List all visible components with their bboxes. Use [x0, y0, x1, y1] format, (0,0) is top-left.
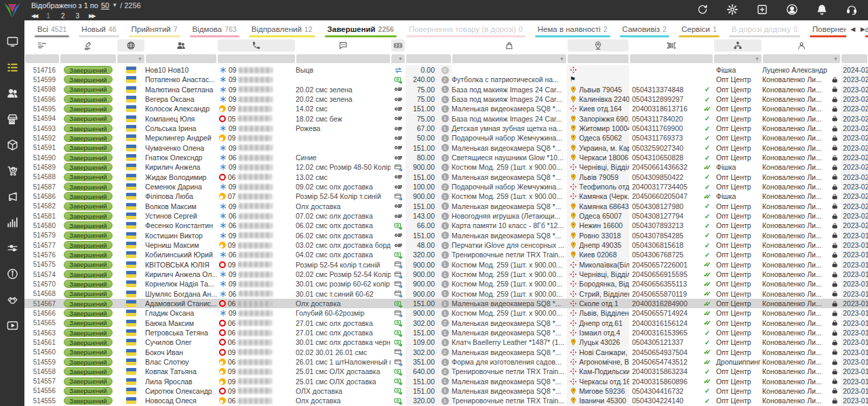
- column-filter-input[interactable]: [146, 54, 216, 63]
- table-row[interactable]: 514558 Завершений Ковпак Татьяна 09 25.0…: [24, 367, 868, 376]
- status-tab[interactable]: Прийнятий 7: [124, 20, 185, 38]
- table-row[interactable]: 514559 Завершений Влас Слотюу 06 26.01 с…: [24, 357, 868, 367]
- sidebar-item-store[interactable]: [0, 106, 24, 132]
- tabs-scroll-left-icon[interactable]: ◀: [850, 26, 855, 33]
- column-filter-input[interactable]: ▼: [714, 54, 762, 63]
- status-tab[interactable]: Сервіси 1: [674, 20, 724, 38]
- table-row[interactable]: 514580 Завершений Фесенко Константин 06 …: [24, 221, 868, 230]
- table-row[interactable]: 514567 Завершений Адамовский Станис... 0…: [24, 299, 868, 308]
- sidebar-item-orders-list[interactable]: [0, 54, 24, 80]
- column-filter-input[interactable]: ▼: [763, 54, 840, 63]
- table-row[interactable]: 514587 Завершений Семенюк Дарина 09 09.0…: [24, 182, 868, 191]
- table-row[interactable]: 514582 Завершений Волков Максим 09 Олх д…: [24, 202, 868, 211]
- table-row[interactable]: 514599 Завершений Потапенко Анастас... 0…: [24, 75, 868, 84]
- sidebar-item-partners[interactable]: [0, 287, 24, 312]
- table-row[interactable]: 514565 Завершений Баюка Максим 06 27.01 …: [24, 318, 868, 328]
- status-tab[interactable]: Новый 46: [74, 20, 123, 38]
- last-page-button[interactable]: ▶▶: [89, 13, 94, 19]
- table-row[interactable]: 514561 Завершений Сучилов Олег 06 30.01 …: [24, 337, 868, 347]
- table-row[interactable]: 514588 Завершений Жидак Володимир 06 13.…: [24, 172, 868, 182]
- sidebar-item-campaigns[interactable]: [0, 183, 24, 209]
- column-header-blank[interactable]: [406, 38, 452, 53]
- table-row[interactable]: 514560 Завершений Бокоч Иван 09 02.02 30…: [24, 348, 868, 357]
- table-row[interactable]: 514556 Завершений Сиротюк Олександр 09 О…: [24, 386, 868, 396]
- page-number[interactable]: 2: [61, 12, 65, 20]
- column-filter-input[interactable]: ▼: [391, 54, 405, 63]
- sidebar-item-cart[interactable]: [0, 158, 24, 183]
- table-row[interactable]: 514591 Завершений Чумаченко Олена 09 151…: [24, 143, 868, 153]
- column-header-money-icon[interactable]: [391, 38, 406, 53]
- column-header-phone-icon[interactable]: [217, 38, 296, 53]
- refresh-icon[interactable]: [696, 3, 709, 16]
- table-row[interactable]: 514589 Завершений Кирилич Анжела 09 12.0…: [24, 162, 868, 172]
- sidebar-item-products[interactable]: [0, 132, 24, 158]
- page-number[interactable]: 3: [75, 12, 79, 20]
- per-page-dropdown[interactable]: 50: [101, 1, 109, 10]
- sidebar-item-settings-sliders[interactable]: [0, 235, 24, 261]
- app-logo[interactable]: [3, 1, 22, 19]
- table-row[interactable]: 514598 Завершений Малютина Светлана 09 2…: [24, 85, 868, 94]
- status-tab[interactable]: Відмова 763: [185, 20, 244, 38]
- column-filter-input[interactable]: [406, 54, 451, 63]
- column-header-globe-icon[interactable]: [117, 38, 145, 53]
- column-header-sitemap-icon[interactable]: [713, 38, 762, 53]
- column-filter-input[interactable]: [25, 54, 59, 63]
- first-page-button[interactable]: ◀◀: [31, 13, 37, 19]
- table-row[interactable]: 514593 Завершений Сольська Ірина 09 Роже…: [24, 124, 868, 133]
- column-header-comment-icon[interactable]: [296, 38, 391, 53]
- column-filter-input[interactable]: ▼: [452, 54, 566, 63]
- status-tab[interactable]: Відправлений 12: [244, 20, 320, 38]
- column-filter-input[interactable]: [842, 54, 867, 63]
- table-row[interactable]: 514557 Завершений Лила Ярослав 09 25.01 …: [24, 377, 868, 386]
- table-row[interactable]: 514575 Завершений КВІТОВСЬКА ЮЛІЯ 09 Роз…: [24, 260, 868, 270]
- column-filter-input[interactable]: ▼: [117, 54, 144, 63]
- status-tab[interactable]: Завершений 2256: [320, 20, 401, 38]
- column-filter-input[interactable]: [568, 54, 629, 63]
- sidebar-item-customers[interactable]: [0, 80, 24, 106]
- table-row[interactable]: 514595 Завершений Колосок Александр 09 1…: [24, 104, 868, 113]
- sidebar-item-info[interactable]: [0, 261, 24, 287]
- status-tab[interactable]: В дорозі додому 0: [724, 20, 805, 38]
- status-tab[interactable]: Повернення товару (в дорозі) 0: [401, 20, 530, 38]
- column-filter-input[interactable]: [218, 54, 295, 63]
- column-header-person-icon[interactable]: [762, 38, 841, 53]
- table-row[interactable]: 514566 Завершений Гладик Оксана 09 Голуб…: [24, 308, 868, 318]
- table-row[interactable]: 514577 Завершений Черниш Максим 09 03.02…: [24, 240, 868, 250]
- table-row[interactable]: 514581 Завершений Устинов Сергей 06 07.0…: [24, 211, 868, 221]
- table-row[interactable]: 514592 Завершений Мерклингер Андрей 09 5…: [24, 133, 868, 143]
- sidebar-item-monitor[interactable]: [0, 29, 24, 54]
- bell-icon[interactable]: [815, 3, 829, 16]
- table-row[interactable]: 514596 Завершений Вегера Оксана 09 20.02…: [24, 94, 868, 104]
- column-header-people-icon[interactable]: [145, 38, 217, 53]
- table-row[interactable]: 514594 Завершений Компанец Юля 05 18.02 …: [24, 114, 868, 124]
- headset-icon[interactable]: [845, 3, 859, 16]
- table-row[interactable]: 514563 Завершений Петровська Тетяна 06 2…: [24, 328, 868, 337]
- gear-icon[interactable]: [726, 3, 739, 16]
- table-row[interactable]: 514570 Завершений Корнелюк Надія Та... 0…: [24, 279, 868, 289]
- column-header-status-sort-icon[interactable]: [60, 38, 117, 53]
- status-tab[interactable]: Самовивіз 2: [615, 20, 674, 38]
- status-tab[interactable]: Нема в наявності 2: [530, 20, 615, 38]
- table-row[interactable]: 514579 Завершений Костишин Виктор 09 06.…: [24, 231, 868, 240]
- table-row[interactable]: 514586 Завершений Філіпова Люба 07 Розмі…: [24, 191, 868, 201]
- tabs-scroll-right-icon[interactable]: ▶: [861, 26, 865, 33]
- table-row[interactable]: 514590 Завершений Гнатюк Олексндр 06 Син…: [24, 153, 868, 162]
- avatar-icon[interactable]: [785, 3, 799, 16]
- column-filter-input[interactable]: [60, 54, 116, 63]
- sidebar-item-stats[interactable]: [0, 209, 24, 235]
- table-row[interactable]: 514574 Завершений Кирилич Анжела Ол... 0…: [24, 270, 868, 279]
- sidebar-item-video[interactable]: [0, 312, 24, 338]
- column-filter-input[interactable]: [630, 54, 713, 63]
- column-header-id-sort-icon[interactable]: ID: [24, 38, 60, 53]
- status-tab[interactable]: Всі 4521: [30, 20, 74, 38]
- column-header-location-pin-icon[interactable]: [567, 38, 629, 53]
- table-row[interactable]: 514576 Завершений Кобилинський Юрий 06 0…: [24, 250, 868, 259]
- table-row[interactable]: 514716 Завершений Нов10 Нов10 09 Выцв 0.…: [24, 65, 868, 75]
- table-row[interactable]: 514568 Завершений Шумляс Богдана Ан... 0…: [24, 289, 868, 299]
- add-square-icon[interactable]: [755, 3, 769, 16]
- table-row[interactable]: 514555 Завершений Новосад Олеся 06 Олх д…: [24, 396, 868, 405]
- column-header-blank[interactable]: [841, 38, 868, 53]
- column-header-bag-icon[interactable]: [452, 38, 567, 53]
- column-header-barcode-icon[interactable]: [629, 38, 713, 53]
- page-number[interactable]: 1: [46, 12, 50, 20]
